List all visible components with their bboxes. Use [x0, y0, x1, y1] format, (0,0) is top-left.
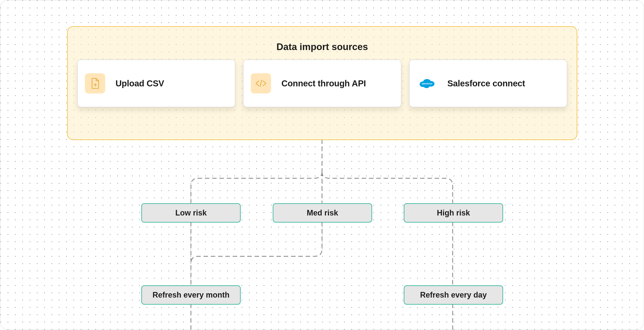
risk-med-node[interactable]: Med risk: [273, 203, 372, 223]
svg-text:salesforce: salesforce: [422, 82, 432, 85]
refresh-month-node[interactable]: Refresh every month: [141, 285, 241, 305]
file-add-icon: [85, 73, 105, 93]
salesforce-icon: salesforce: [417, 73, 437, 93]
source-label: Upload CSV: [116, 79, 164, 88]
refresh-day-node[interactable]: Refresh every day: [404, 285, 503, 305]
risk-low-node[interactable]: Low risk: [141, 203, 241, 223]
source-label: Connect through API: [281, 79, 366, 88]
risk-high-node[interactable]: High risk: [404, 203, 503, 223]
pill-label: Refresh every day: [420, 291, 487, 300]
source-cards-row: Upload CSV Connect through API: [77, 59, 567, 107]
diagram-canvas: Data import sources Upload CSV: [0, 0, 644, 330]
pill-label: Med risk: [307, 208, 338, 217]
pill-label: Low risk: [175, 208, 207, 217]
source-card-connect-api[interactable]: Connect through API: [243, 59, 401, 107]
pill-label: Refresh every month: [152, 291, 230, 300]
source-card-salesforce[interactable]: salesforce Salesforce connect: [409, 59, 567, 107]
panel-title: Data import sources: [77, 41, 567, 52]
data-import-sources-panel: Data import sources Upload CSV: [67, 26, 577, 140]
code-icon: [251, 73, 271, 93]
source-label: Salesforce connect: [448, 79, 525, 88]
pill-label: High risk: [437, 208, 470, 217]
source-card-upload-csv[interactable]: Upload CSV: [77, 59, 235, 107]
